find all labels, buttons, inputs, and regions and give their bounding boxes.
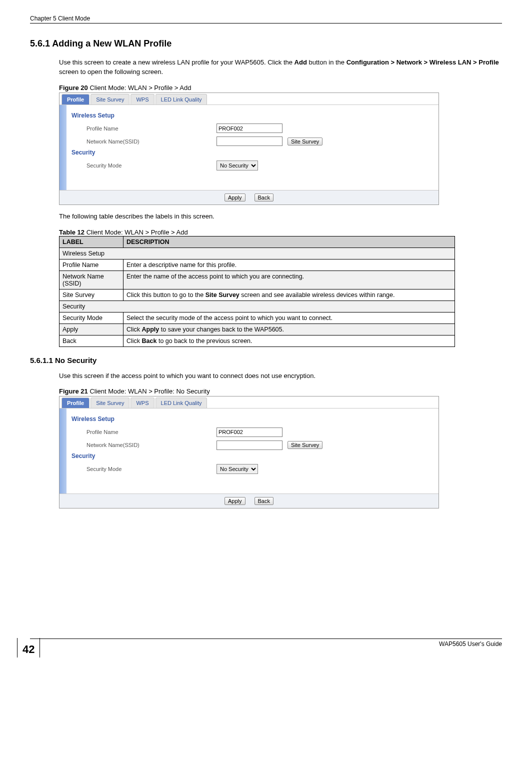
table12-bold: Table 12 — [59, 228, 84, 236]
figure20-rest: Client Mode: WLAN > Profile > Add — [88, 84, 192, 92]
subsection-heading: 5.6.1.1 No Security — [30, 356, 502, 364]
ui-footer: Apply Back — [60, 190, 438, 204]
subsection-text: Use this screen if the access point to w… — [59, 372, 502, 381]
figure20-bold: Figure 20 — [59, 84, 88, 92]
profile-name-input[interactable] — [216, 428, 282, 437]
side-gradient — [60, 105, 66, 190]
side-gradient — [60, 408, 66, 494]
table-header-row: LABEL DESCRIPTION — [60, 236, 455, 248]
table-row: Profile Name Enter a descriptive name fo… — [60, 259, 455, 270]
profile-name-label: Profile Name — [86, 429, 216, 435]
profile-name-label: Profile Name — [86, 126, 216, 132]
tab-wps[interactable]: WPS — [130, 94, 154, 104]
tab-led-link-quality[interactable]: LED Link Quality — [156, 94, 208, 104]
network-name-label: Network Name(SSID) — [86, 442, 216, 448]
cell-desc: Click Back to go back to the previous sc… — [124, 335, 455, 346]
tab-bar: Profile Site Survey WPS LED Link Quality — [60, 396, 438, 408]
intro-c: screen to open the following screen. — [59, 68, 163, 76]
cell-label: Profile Name — [60, 259, 124, 270]
th-desc: DESCRIPTION — [124, 236, 455, 248]
cell-desc: Click this button to go to the Site Surv… — [124, 289, 455, 300]
figure21-rest: Client Mode: WLAN > Profile: No Security — [88, 388, 210, 395]
back-button[interactable]: Back — [254, 497, 274, 505]
intro-a: Use this screen to create a new wireless… — [59, 58, 294, 66]
page-number: 42 — [17, 638, 40, 658]
table12-rest: Client Mode: WLAN > Profile > Add — [84, 228, 188, 236]
cell-label: Back — [60, 335, 124, 346]
section-heading: 5.6.1 Adding a New WLAN Profile — [30, 38, 502, 49]
back-button[interactable]: Back — [254, 194, 274, 202]
table-row: Wireless Setup — [60, 248, 455, 259]
wireless-setup-label: Wireless Setup — [72, 112, 430, 119]
site-survey-button[interactable]: Site Survey — [288, 441, 322, 449]
footer-guide: WAP5605 User's Guide — [439, 640, 502, 648]
table-row: Security Mode Select the security mode o… — [60, 312, 455, 324]
security-label: Security — [72, 149, 430, 156]
figure21-ui: Profile Site Survey WPS LED Link Quality… — [59, 396, 439, 508]
t: to go back to the previous screen. — [156, 338, 252, 344]
network-name-input[interactable] — [216, 440, 282, 450]
table12: LABEL DESCRIPTION Wireless Setup Profile… — [59, 236, 455, 347]
t: Back — [142, 338, 157, 344]
cell-desc: Enter the name of the access point to wh… — [124, 270, 455, 289]
cell-desc: Click Apply to save your changes back to… — [124, 324, 455, 335]
security-mode-label: Security Mode — [86, 466, 216, 472]
site-survey-button[interactable]: Site Survey — [288, 138, 322, 146]
security-label: Security — [72, 452, 430, 460]
th-label: LABEL — [60, 236, 124, 248]
t: screen and see available wireless device… — [240, 292, 395, 298]
cell-label: Site Survey — [60, 289, 124, 300]
tab-profile[interactable]: Profile — [62, 398, 90, 408]
tab-profile[interactable]: Profile — [62, 94, 90, 104]
tab-site-survey[interactable]: Site Survey — [90, 94, 130, 104]
t: Click — [126, 326, 142, 333]
cell-desc: Select the security mode of the access p… — [124, 312, 455, 324]
security-mode-label: Security Mode — [86, 162, 216, 168]
apply-button[interactable]: Apply — [224, 497, 246, 505]
table-row: Network Name (SSID) Enter the name of th… — [60, 270, 455, 289]
cell-security: Security — [60, 300, 455, 312]
security-mode-select[interactable]: No Security — [216, 464, 258, 474]
intro-paragraph: Use this screen to create a new wireless… — [59, 58, 502, 77]
intro-add: Add — [294, 58, 307, 66]
intro-b: button in the — [307, 58, 346, 66]
apply-button[interactable]: Apply — [224, 194, 246, 202]
t: Apply — [142, 326, 160, 333]
cell-label: Security Mode — [60, 312, 124, 324]
cell-desc: Enter a descriptive name for this profil… — [124, 259, 455, 270]
page-footer: 42 WAP5605 User's Guide — [30, 638, 502, 648]
tab-wps[interactable]: WPS — [130, 398, 154, 408]
tab-site-survey[interactable]: Site Survey — [90, 398, 130, 408]
table-row: Apply Click Apply to save your changes b… — [60, 324, 455, 335]
table-row: Back Click Back to go back to the previo… — [60, 335, 455, 346]
figure21-caption: Figure 21 Client Mode: WLAN > Profile: N… — [59, 388, 502, 395]
page-header: Chapter 5 Client Mode — [30, 15, 502, 24]
figure21-bold: Figure 21 — [59, 388, 88, 395]
chapter-label: Chapter 5 Client Mode — [30, 15, 90, 22]
network-name-label: Network Name(SSID) — [86, 138, 216, 144]
table-row: Site Survey Click this button to go to t… — [60, 289, 455, 300]
t: Site Survey — [206, 292, 240, 298]
security-mode-select[interactable]: No Security — [216, 160, 258, 170]
t: Click — [126, 338, 142, 344]
cell-label: Apply — [60, 324, 124, 335]
profile-name-input[interactable] — [216, 124, 282, 133]
table-row: Security — [60, 300, 455, 312]
table12-caption: Table 12 Client Mode: WLAN > Profile > A… — [59, 228, 502, 236]
intro-path: Configuration > Network > Wireless LAN >… — [346, 58, 499, 66]
t: Click this button to go to the — [126, 292, 206, 298]
wireless-setup-label: Wireless Setup — [72, 416, 430, 422]
tab-bar: Profile Site Survey WPS LED Link Quality — [60, 93, 438, 105]
t: to save your changes back to the WAP5605… — [159, 326, 284, 333]
network-name-input[interactable] — [216, 136, 282, 146]
cell-label: Network Name (SSID) — [60, 270, 124, 289]
figure20-caption: Figure 20 Client Mode: WLAN > Profile > … — [59, 84, 502, 92]
tab-led-link-quality[interactable]: LED Link Quality — [156, 398, 208, 408]
ui-footer: Apply Back — [60, 494, 438, 508]
table-intro: The following table describes the labels… — [59, 212, 502, 222]
figure20-ui: Profile Site Survey WPS LED Link Quality… — [59, 92, 439, 205]
cell-wireless-setup: Wireless Setup — [60, 248, 455, 259]
